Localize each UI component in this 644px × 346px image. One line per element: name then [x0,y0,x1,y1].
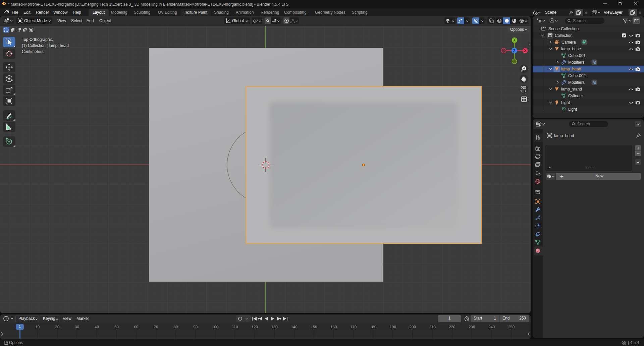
svg-text:160: 160 [330,325,337,329]
svg-text:60: 60 [134,325,139,329]
svg-text:80: 80 [174,325,178,329]
svg-text:30: 30 [75,325,79,329]
svg-text:170: 170 [350,325,357,329]
svg-text:70: 70 [154,325,158,329]
svg-text:140: 140 [291,325,297,329]
svg-text:40: 40 [95,325,99,329]
svg-text:100: 100 [212,325,218,329]
svg-text:210: 210 [429,325,435,329]
svg-text:Y: Y [514,38,516,42]
svg-text:180: 180 [370,325,376,329]
svg-text:110: 110 [232,325,238,329]
svg-text:240: 240 [488,325,495,329]
svg-text:250: 250 [508,325,515,329]
svg-text:220: 220 [449,325,455,329]
svg-text:20: 20 [55,325,59,329]
svg-text:10: 10 [35,325,40,329]
svg-text:190: 190 [390,325,396,329]
svg-text:X: X [524,49,526,53]
svg-text:90: 90 [193,325,198,329]
svg-text:150: 150 [311,325,317,329]
svg-text:120: 120 [252,325,258,329]
svg-text:50: 50 [114,325,119,329]
svg-text:130: 130 [271,325,278,329]
svg-text:200: 200 [410,325,416,329]
svg-text:‹: ‹ [529,43,530,46]
svg-text:Z: Z [513,49,515,53]
svg-text:230: 230 [469,325,475,329]
